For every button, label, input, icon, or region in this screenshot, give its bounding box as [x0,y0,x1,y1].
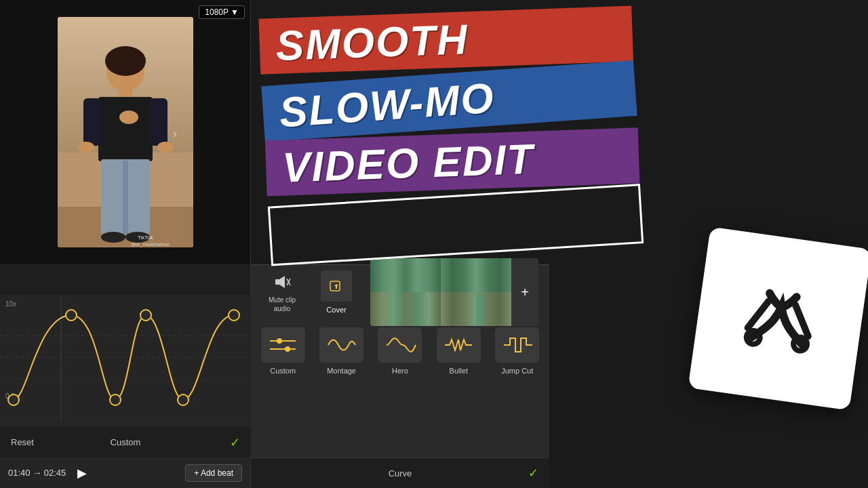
bullet-label: Bullet [450,367,469,375]
svg-point-29 [229,310,239,321]
title-overlay: SMOOTH SLOW-MO VIDEO EDIT CAPCUT [258,3,644,266]
bottom-bar-spacer: . [262,467,264,479]
hero-label: Hero [392,367,408,375]
title-row-3: VIDEO EDIT [265,127,640,196]
top-tools-row: Mute clipaudio Cover [251,265,549,319]
svg-rect-7 [98,97,153,161]
effect-jumpcut[interactable]: Jump Cut [495,327,539,375]
effect-montage[interactable]: Montage [319,327,363,375]
svg-rect-14 [123,161,128,234]
custom-icon-box [261,327,305,363]
confirm-right-button[interactable]: ✓ [528,466,538,481]
effect-custom[interactable]: Custom [261,327,305,375]
svg-point-26 [110,394,121,405]
svg-text:@dr_madshakhan: @dr_madshakhan [131,242,170,247]
play-button[interactable]: ▶ [73,464,92,483]
title-text-2: SLOW-MO [278,74,496,136]
svg-rect-8 [83,98,101,146]
svg-point-10 [78,142,94,152]
montage-icon-box [319,327,363,363]
capcut-logo [688,226,868,410]
effect-bullet[interactable]: Bullet [437,327,481,375]
bottom-curve-label: Curve [389,468,412,479]
mute-icon [271,271,293,293]
curve-editor: 10x 0.1x Reset [0,295,251,458]
confirm-button[interactable]: ✓ [230,435,240,450]
svg-point-27 [140,310,151,321]
jumpcut-icon-box [495,327,539,363]
svg-point-24 [8,394,19,405]
svg-text:›: › [173,127,177,140]
mute-label: Mute clipaudio [269,296,296,313]
svg-point-11 [157,142,174,152]
add-beat-button[interactable]: + Add beat [185,464,242,482]
cover-button[interactable]: Cover [316,270,357,314]
cover-icon [321,270,352,302]
title-row-4: CAPCUT [268,184,644,266]
curve-canvas: 10x 0.1x [0,295,251,420]
svg-rect-30 [275,279,279,285]
curve-svg [0,295,251,420]
montage-label: Montage [327,367,356,375]
left-panel: 1080P ▼ [0,0,251,488]
cover-label: Cover [326,306,346,314]
add-clip-button[interactable]: + [511,258,538,326]
curve-bottom-bar: Reset Custom ✓ [0,427,251,458]
effects-bar: Custom Montage Hero [251,319,549,375]
curve-mode-label: Custom [111,437,141,447]
mute-clip-button[interactable]: Mute clipaudio [262,271,302,313]
svg-point-5 [105,46,146,76]
title-text-3: VIDEO EDIT [281,136,535,191]
timeline-strip: + [370,258,538,326]
time-display: 01:40 → 02:45 [8,468,66,478]
bottom-bar-right: . Curve ✓ [251,458,549,488]
svg-point-37 [285,346,290,352]
custom-label: Custom [270,367,296,375]
effect-hero[interactable]: Hero [378,327,422,375]
svg-point-15 [101,232,125,243]
bullet-icon-box [437,327,481,363]
title-text-4: CAPCUT [286,201,472,258]
video-preview: 1080P ▼ [0,0,250,264]
resolution-badge[interactable]: 1080P ▼ [199,5,245,19]
svg-text:TikTok: TikTok [138,235,154,241]
title-text-1: SMOOTH [275,16,469,69]
svg-point-35 [277,338,282,344]
jumpcut-label: Jump Cut [501,367,533,375]
capcut-panel: Mute clipaudio Cover [251,264,549,488]
svg-point-12 [119,110,138,124]
svg-point-28 [178,394,189,405]
video-thumbnail: TikTok @dr_madshakhan › [58,17,193,247]
reset-button[interactable]: Reset [11,437,34,447]
timeline-bar: 01:40 → 02:45 ▶ + Add beat [0,458,250,488]
svg-rect-9 [150,98,167,146]
svg-point-25 [66,310,77,321]
hero-icon-box [378,327,422,363]
